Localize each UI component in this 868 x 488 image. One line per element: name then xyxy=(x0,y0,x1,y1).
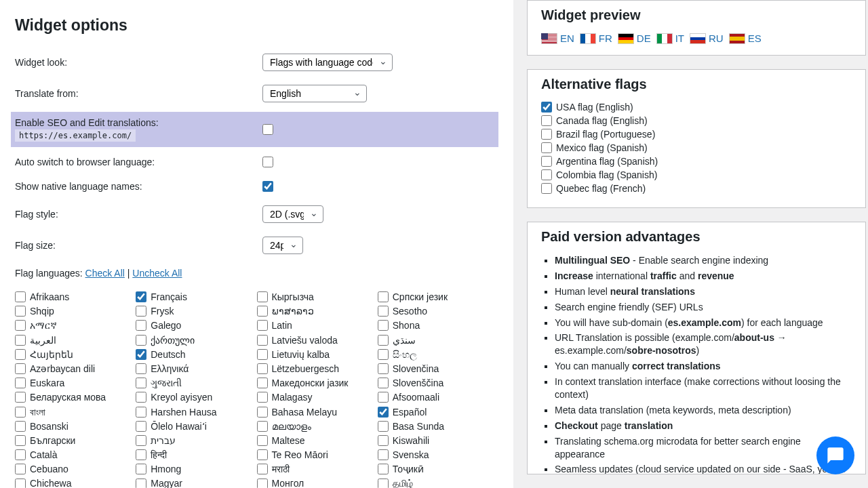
language-item[interactable]: Basa Sunda xyxy=(378,420,498,432)
language-item[interactable]: Latin xyxy=(257,319,378,331)
language-item[interactable]: Македонски јазик xyxy=(257,377,378,389)
language-item[interactable]: हिन्दी xyxy=(136,449,256,461)
alt-flag-item[interactable]: Mexico flag (Spanish) xyxy=(541,142,852,153)
preview-lang[interactable]: FR xyxy=(580,33,612,44)
language-item[interactable]: ગુજરાતી xyxy=(136,377,256,389)
language-checkbox[interactable] xyxy=(136,464,146,474)
language-checkbox[interactable] xyxy=(257,479,268,488)
language-checkbox[interactable] xyxy=(15,349,26,360)
alt-flag-checkbox[interactable] xyxy=(541,142,552,153)
language-item[interactable]: سنڌي xyxy=(378,334,498,346)
language-checkbox[interactable] xyxy=(257,449,268,460)
language-checkbox[interactable] xyxy=(15,378,26,388)
alt-flag-checkbox[interactable] xyxy=(541,156,552,167)
alt-flag-checkbox[interactable] xyxy=(541,169,552,180)
language-checkbox[interactable] xyxy=(257,464,268,474)
language-item[interactable]: ქართული xyxy=(136,334,256,346)
language-checkbox[interactable] xyxy=(15,435,26,446)
language-checkbox[interactable] xyxy=(378,421,389,432)
language-item[interactable]: සිංහල xyxy=(378,348,498,361)
check-all-link[interactable]: Check All xyxy=(85,268,125,279)
language-item[interactable]: Кыргызча xyxy=(257,291,378,303)
language-checkbox[interactable] xyxy=(257,349,268,360)
alt-flag-item[interactable]: Argentina flag (Spanish) xyxy=(541,156,852,167)
language-checkbox[interactable] xyxy=(15,464,26,474)
language-item[interactable]: Монгол xyxy=(257,477,378,488)
alt-flag-checkbox[interactable] xyxy=(541,129,552,140)
alt-flag-checkbox[interactable] xyxy=(541,115,552,126)
language-item[interactable]: Тоҷикӣ xyxy=(378,463,498,475)
seo-checkbox[interactable] xyxy=(262,124,273,135)
language-item[interactable]: Kreyol ayisyen xyxy=(136,391,256,403)
language-item[interactable]: বাংলা xyxy=(15,406,136,418)
language-item[interactable]: Български xyxy=(15,434,136,447)
widget-look-select[interactable]: Flags with language code xyxy=(262,54,393,71)
language-checkbox[interactable] xyxy=(378,392,389,403)
language-checkbox[interactable] xyxy=(136,306,146,317)
language-item[interactable]: தமிழ் xyxy=(378,477,498,488)
language-checkbox[interactable] xyxy=(378,291,389,302)
language-item[interactable]: Magyar xyxy=(136,477,256,488)
language-checkbox[interactable] xyxy=(15,363,26,374)
language-item[interactable]: Sesotho xyxy=(378,305,498,317)
language-item[interactable]: Shona xyxy=(378,319,498,331)
language-item[interactable]: Frysk xyxy=(136,305,256,317)
language-item[interactable]: Te Reo Māori xyxy=(257,449,378,461)
language-checkbox[interactable] xyxy=(15,421,26,432)
native-names-checkbox[interactable] xyxy=(262,181,273,192)
language-checkbox[interactable] xyxy=(15,291,26,302)
language-item[interactable]: العربية xyxy=(15,334,136,346)
language-checkbox[interactable] xyxy=(136,421,146,432)
auto-switch-checkbox[interactable] xyxy=(262,157,273,167)
language-item[interactable]: Euskara xyxy=(15,377,136,389)
language-item[interactable]: Հայերեն xyxy=(15,348,136,361)
language-checkbox[interactable] xyxy=(136,392,146,403)
preview-lang[interactable]: DE xyxy=(618,33,651,44)
preview-lang[interactable]: EN xyxy=(541,33,574,44)
language-checkbox[interactable] xyxy=(15,392,26,403)
language-checkbox[interactable] xyxy=(257,378,268,388)
language-item[interactable]: Cebuano xyxy=(15,463,136,475)
chat-fab[interactable] xyxy=(816,436,854,474)
language-checkbox[interactable] xyxy=(136,320,146,331)
preview-lang[interactable]: ES xyxy=(729,33,762,44)
language-checkbox[interactable] xyxy=(15,479,26,488)
alt-flag-item[interactable]: Canada flag (English) xyxy=(541,115,852,126)
language-item[interactable]: Maltese xyxy=(257,434,378,447)
language-checkbox[interactable] xyxy=(136,378,146,388)
language-checkbox[interactable] xyxy=(378,378,389,388)
language-checkbox[interactable] xyxy=(378,349,389,360)
language-item[interactable]: Беларуская мова xyxy=(15,391,136,403)
language-checkbox[interactable] xyxy=(378,407,389,418)
language-item[interactable]: Ōlelo Hawaiʻi xyxy=(136,420,256,432)
language-item[interactable]: Svenska xyxy=(378,449,498,461)
language-checkbox[interactable] xyxy=(136,335,146,346)
alt-flag-checkbox[interactable] xyxy=(541,183,552,194)
language-checkbox[interactable] xyxy=(257,320,268,331)
language-checkbox[interactable] xyxy=(257,291,268,302)
language-item[interactable]: Lietuvių kalba xyxy=(257,348,378,361)
language-checkbox[interactable] xyxy=(15,306,26,317)
alt-flag-item[interactable]: Colombia flag (Spanish) xyxy=(541,169,852,180)
language-item[interactable]: ພາສາລາວ xyxy=(257,305,378,317)
language-item[interactable]: עברית xyxy=(136,434,256,447)
flag-size-select[interactable]: 24px xyxy=(262,237,303,254)
language-item[interactable]: Malagasy xyxy=(257,391,378,403)
language-item[interactable]: Français xyxy=(136,291,256,303)
language-item[interactable]: Español xyxy=(378,406,498,418)
language-item[interactable]: Bosanski xyxy=(15,420,136,432)
language-item[interactable]: Bahasa Melayu xyxy=(257,406,378,418)
language-checkbox[interactable] xyxy=(257,306,268,317)
language-item[interactable]: Српски језик xyxy=(378,291,498,303)
language-checkbox[interactable] xyxy=(15,320,26,331)
language-item[interactable]: മലയാളം xyxy=(257,420,378,432)
language-item[interactable]: Ελληνικά xyxy=(136,363,256,375)
language-checkbox[interactable] xyxy=(257,435,268,446)
language-checkbox[interactable] xyxy=(257,363,268,374)
language-item[interactable]: मराठी xyxy=(257,463,378,475)
language-checkbox[interactable] xyxy=(378,464,389,474)
alt-flag-checkbox[interactable] xyxy=(541,102,552,113)
language-item[interactable]: Afsoomaali xyxy=(378,391,498,403)
language-checkbox[interactable] xyxy=(136,435,146,446)
flag-style-select[interactable]: 2D (.svg) xyxy=(262,205,323,223)
